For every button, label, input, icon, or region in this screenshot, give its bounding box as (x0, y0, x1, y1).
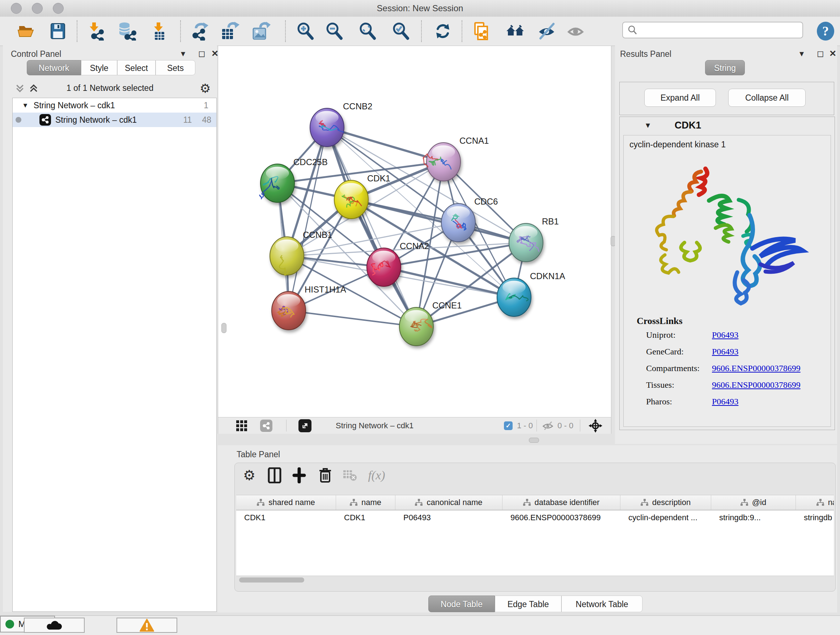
horizontal-scrollbar-thumb[interactable] (239, 578, 304, 583)
expand-all-button[interactable]: Expand All (644, 89, 716, 107)
collapse-all-button[interactable]: Collapse All (728, 89, 806, 107)
new-network-from-selection-icon[interactable] (472, 21, 492, 41)
float-panel-icon[interactable]: ▾ (181, 49, 185, 58)
show-columns-icon[interactable] (265, 466, 284, 485)
zoom-in-icon[interactable] (295, 21, 316, 41)
open-session-icon[interactable] (16, 21, 36, 41)
float-panel-icon[interactable]: ▾ (799, 49, 804, 58)
network-options-gear-icon[interactable]: ⚙ (200, 81, 210, 96)
close-panel-icon[interactable]: ✕ (829, 49, 836, 58)
import-network-from-file-icon[interactable] (85, 21, 106, 41)
hide-selected-icon[interactable] (537, 21, 557, 41)
network-row[interactable]: String Network – cdk1 11 48 (13, 112, 216, 127)
table-cell[interactable]: stringdb:9... (711, 510, 796, 525)
column-header--id[interactable]: @id (711, 495, 796, 510)
crosslink-link[interactable]: 9606.ENSP00000378699 (712, 363, 801, 373)
maximize-panel-icon[interactable]: ◻ (817, 49, 824, 58)
cloud-service-button[interactable] (24, 618, 85, 633)
table-row[interactable]: CDK1CDK1P064939606.ENSP00000378699cyclin… (236, 510, 834, 525)
tab-network-table[interactable]: Network Table (561, 595, 643, 612)
column-header-database-identifier[interactable]: database identifier (502, 495, 621, 510)
show-hidden-icon[interactable] (566, 21, 586, 41)
network-canvas[interactable]: CCNB2CCNA1CDC25BCDK1CDC6RB1CCNB1CCNA2CDK… (218, 46, 611, 417)
table-options-gear-icon[interactable]: ⚙ (240, 466, 259, 485)
refresh-icon[interactable] (433, 21, 453, 41)
entry-expander-icon[interactable]: ▼ (644, 121, 652, 130)
export-image-icon[interactable] (251, 21, 271, 41)
tab-node-table[interactable]: Node Table (428, 595, 495, 612)
edge-CDK1-RB1[interactable] (351, 200, 526, 242)
crosslink-label: GeneCard: (646, 347, 712, 356)
zoom-fit-content-icon[interactable] (357, 21, 378, 41)
grid-view-icon[interactable] (235, 417, 248, 434)
node-RB1[interactable]: RB1 (509, 217, 559, 262)
edge-CCNB2-HIST1H1A[interactable] (289, 127, 327, 310)
crosslink-link[interactable]: 9606.ENSP00000378699 (712, 380, 801, 390)
collection-expander-icon[interactable]: ▼ (22, 102, 28, 109)
crosslink-row: GeneCard:P06493 (637, 343, 825, 360)
tab-string[interactable]: String (705, 60, 745, 75)
crosslink-link[interactable]: P06493 (712, 330, 738, 340)
tab-edge-table[interactable]: Edge Table (495, 595, 561, 612)
delete-column-icon[interactable] (316, 466, 335, 485)
column-header-namespace[interactable]: namespace (796, 495, 834, 510)
network-collection-row[interactable]: ▼ String Network – cdk1 1 (13, 98, 216, 112)
node-CCNE1[interactable]: CCNE1 (399, 301, 462, 346)
table-cell[interactable]: CDK1 (236, 510, 336, 525)
vertical-splitter-grip[interactable] (221, 323, 226, 333)
import-network-from-database-icon[interactable] (117, 21, 137, 41)
crosslink-link[interactable]: P06493 (712, 347, 738, 356)
node-CCNA1[interactable]: CCNA1 (423, 136, 489, 181)
node-label: HIST1H1A (305, 285, 346, 295)
network-view-share-icon[interactable] (260, 417, 272, 434)
node-CDK1[interactable]: CDK1 (334, 173, 390, 219)
selected-checkbox-icon[interactable]: ✓ (504, 421, 513, 430)
edge-CCNB2-CCNE1[interactable] (327, 127, 416, 326)
search-input[interactable] (640, 25, 802, 35)
network-type-icon (39, 114, 51, 126)
export-network-icon[interactable] (189, 21, 210, 41)
tab-sets[interactable]: Sets (156, 60, 195, 75)
node-CDKN1A[interactable]: CDKN1A (497, 271, 565, 317)
table-cell[interactable]: 9606.ENSP00000378699 (502, 510, 621, 525)
zoom-out-icon[interactable] (324, 21, 344, 41)
table-cell[interactable]: cyclin-dependent ... (621, 510, 711, 525)
export-table-icon[interactable] (220, 21, 240, 41)
table-cell[interactable]: P06493 (395, 510, 502, 525)
network-status-dot-icon (16, 117, 21, 123)
edge-CCNB2-CCNA1[interactable] (327, 127, 444, 162)
save-session-icon[interactable] (48, 21, 68, 41)
results-buttons-box: Expand All Collapse All (619, 82, 834, 115)
column-header-canonical-name[interactable]: canonical name (395, 495, 502, 510)
table-cell[interactable]: stringdb (796, 510, 834, 525)
table-header-row: shared namenamecanonical namedatabase id… (236, 495, 834, 510)
horizontal-splitter-grip[interactable] (529, 438, 539, 443)
results-panel: Results Panel ▾ ◻ ✕ String Expand All Co… (615, 46, 837, 444)
node-CCNB1[interactable]: CCNB1 (270, 230, 332, 275)
column-label: @id (752, 498, 766, 507)
help-icon[interactable]: ? (815, 21, 836, 41)
birds-eye-view-icon[interactable] (589, 417, 602, 434)
crosslink-label: Tissues: (646, 380, 712, 390)
tab-style[interactable]: Style (81, 60, 117, 75)
warnings-button[interactable] (117, 618, 177, 633)
tab-network[interactable]: Network (27, 60, 81, 75)
node-HIST1H1A[interactable]: HIST1H1A (272, 285, 346, 330)
zoom-selected-icon[interactable] (391, 21, 411, 41)
hidden-eye-slash-icon (542, 420, 554, 432)
gene-entry-header[interactable]: ▼ CDK1 (620, 117, 835, 134)
tab-select[interactable]: Select (117, 60, 156, 75)
column-header-description[interactable]: description (621, 495, 711, 510)
table-cell[interactable]: CDK1 (336, 510, 395, 525)
edge-HIST1H1A-CCNE1[interactable] (289, 310, 416, 326)
import-table-from-file-icon[interactable] (149, 21, 169, 41)
first-neighbors-icon[interactable] (505, 21, 525, 41)
column-header-shared-name[interactable]: shared name (236, 495, 336, 510)
node-CDC6[interactable]: CDC6 (441, 196, 498, 242)
crosslink-link[interactable]: P06493 (712, 397, 738, 407)
detach-view-icon[interactable] (298, 417, 311, 434)
column-header-name[interactable]: name (336, 495, 395, 510)
create-column-icon[interactable] (290, 466, 309, 485)
crosslink-label: Pharos: (646, 397, 712, 407)
maximize-panel-icon[interactable]: ◻ (198, 49, 205, 58)
